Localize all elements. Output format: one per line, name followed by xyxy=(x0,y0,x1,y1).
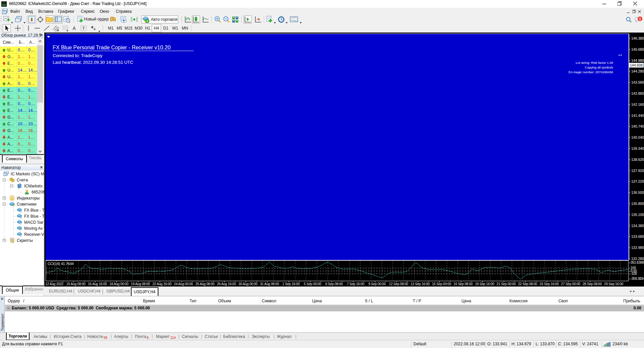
svg-text:A: A xyxy=(72,26,76,31)
svg-text:F: F xyxy=(67,30,68,32)
svg-text:1: 1 xyxy=(639,17,641,21)
svg-text:MC: MC xyxy=(3,2,5,4)
svg-text:T: T xyxy=(82,26,85,31)
svg-text:E: E xyxy=(57,29,59,32)
